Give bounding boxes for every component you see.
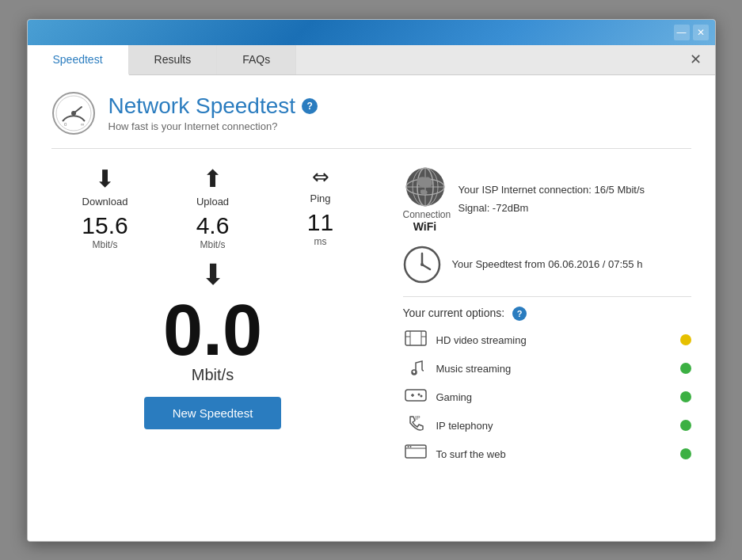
svg-text:0: 0 bbox=[64, 122, 67, 127]
options-divider bbox=[403, 296, 691, 297]
header-title-row: Network Speedtest ? bbox=[108, 93, 318, 119]
ping-value: 11 bbox=[267, 209, 375, 236]
gaming-label: Gaming bbox=[436, 391, 672, 403]
music-icon bbox=[403, 358, 428, 379]
upload-metric: ⬆ Upload 4.6 Mbit/s bbox=[159, 165, 267, 250]
minimize-button[interactable]: — bbox=[674, 25, 690, 40]
music-label: Music streaming bbox=[436, 363, 672, 375]
isp-details: Your ISP Internet connection: 16/5 Mbit/… bbox=[459, 184, 645, 214]
option-music: Music streaming bbox=[403, 358, 691, 379]
ip-telephony-status-dot bbox=[680, 420, 691, 431]
new-speedtest-button[interactable]: New Speedtest bbox=[144, 397, 282, 429]
metrics-row: ⬇ Download 15.6 Mbit/s ⬆ Upload 4.6 Mbit… bbox=[51, 165, 375, 250]
tab-speedtest[interactable]: Speedtest bbox=[28, 45, 129, 75]
speedtest-time-row: Your Speedtest from 06.06.2016 / 07:55 h bbox=[403, 246, 691, 284]
ip-telephony-label: IP telephony bbox=[436, 420, 672, 432]
close-window-button[interactable]: ✕ bbox=[693, 25, 709, 40]
big-speed-unit: Mbit/s bbox=[51, 366, 375, 384]
ip-telephony-icon: IP bbox=[403, 415, 428, 436]
svg-point-3 bbox=[71, 111, 76, 116]
svg-text:∞: ∞ bbox=[81, 122, 84, 127]
svg-text:IP: IP bbox=[415, 415, 420, 421]
hd-video-icon bbox=[403, 330, 428, 350]
upload-unit: Mbit/s bbox=[159, 239, 267, 250]
upload-label: Upload bbox=[159, 196, 267, 208]
big-speed-value: 0.0 bbox=[51, 295, 375, 366]
ping-metric: ⇔ Ping 11 ms bbox=[267, 165, 375, 250]
options-list: HD video streaming Music streaming bbox=[403, 330, 691, 464]
surf-icon bbox=[403, 444, 428, 464]
option-hd-video: HD video streaming bbox=[403, 330, 691, 350]
wifi-label: WiFi bbox=[413, 220, 436, 233]
download-metric: ⬇ Download 15.6 Mbit/s bbox=[51, 165, 159, 250]
option-ip-telephony: IP IP telephony bbox=[403, 415, 691, 436]
page-header: 0 ∞ Network Speedtest ? How fast is your… bbox=[51, 91, 691, 135]
main-grid: ⬇ Download 15.6 Mbit/s ⬆ Upload 4.6 Mbit… bbox=[51, 165, 691, 472]
app-title: Network Speedtest bbox=[108, 93, 296, 119]
speedometer-icon: 0 ∞ bbox=[51, 91, 96, 135]
upload-arrow-icon: ⬆ bbox=[159, 165, 267, 192]
ping-label: Ping bbox=[267, 192, 375, 204]
download-unit: Mbit/s bbox=[51, 239, 159, 250]
gaming-status-dot bbox=[680, 391, 691, 402]
tab-close-button[interactable]: ✕ bbox=[685, 48, 707, 70]
hd-video-label: HD video streaming bbox=[436, 334, 672, 346]
connection-label: Connection bbox=[403, 209, 447, 220]
isp-text: Your ISP Internet connection: 16/5 Mbit/… bbox=[459, 184, 645, 196]
titlebar: — ✕ bbox=[28, 20, 715, 45]
ping-unit: ms bbox=[267, 236, 375, 247]
gaming-icon bbox=[403, 387, 428, 407]
isp-row: Connection WiFi Your ISP Internet connec… bbox=[403, 165, 691, 233]
clock-icon bbox=[403, 246, 441, 284]
svg-point-25 bbox=[417, 393, 420, 395]
right-panel: Connection WiFi Your ISP Internet connec… bbox=[390, 165, 691, 472]
svg-point-30 bbox=[407, 446, 409, 448]
surf-label: To surf the web bbox=[436, 448, 672, 460]
surf-status-dot bbox=[680, 448, 691, 459]
speedtest-time-text: Your Speedtest from 06.06.2016 / 07:55 h bbox=[452, 258, 643, 270]
content-area: 0 ∞ Network Speedtest ? How fast is your… bbox=[28, 75, 715, 541]
options-header: Your current options: ? bbox=[403, 307, 691, 321]
globe-container: Connection WiFi bbox=[403, 165, 447, 233]
title-help-icon[interactable]: ? bbox=[302, 98, 318, 114]
hd-video-status-dot bbox=[680, 334, 691, 345]
options-help-icon[interactable]: ? bbox=[512, 307, 527, 321]
tabbar: Speedtest Results FAQs ✕ bbox=[28, 45, 715, 75]
download-arrow-icon: ⬇ bbox=[51, 165, 159, 192]
options-header-text: Your current options: bbox=[403, 307, 505, 319]
download-label: Download bbox=[51, 196, 159, 208]
big-download-icon: ⬇ bbox=[51, 258, 375, 291]
header-divider bbox=[51, 148, 691, 149]
left-panel: ⬇ Download 15.6 Mbit/s ⬆ Upload 4.6 Mbit… bbox=[51, 165, 375, 472]
upload-value: 4.6 bbox=[159, 212, 267, 239]
tab-faqs[interactable]: FAQs bbox=[217, 45, 296, 74]
signal-text: Signal: -72dBm bbox=[459, 202, 645, 214]
svg-rect-22 bbox=[405, 390, 426, 401]
globe-icon bbox=[403, 165, 447, 209]
header-text: Network Speedtest ? How fast is your Int… bbox=[108, 93, 318, 132]
ping-arrow-icon: ⇔ bbox=[267, 165, 375, 189]
svg-point-31 bbox=[409, 446, 411, 448]
svg-point-26 bbox=[420, 394, 422, 397]
option-gaming: Gaming bbox=[403, 387, 691, 407]
option-surf: To surf the web bbox=[403, 444, 691, 464]
main-window: — ✕ Speedtest Results FAQs ✕ 0 ∞ Network… bbox=[27, 19, 716, 542]
tab-results[interactable]: Results bbox=[129, 45, 218, 74]
download-value: 15.6 bbox=[51, 212, 159, 239]
music-status-dot bbox=[680, 363, 691, 374]
svg-rect-16 bbox=[405, 331, 426, 345]
header-subtitle: How fast is your Internet connection? bbox=[108, 120, 318, 132]
svg-point-15 bbox=[420, 263, 424, 266]
